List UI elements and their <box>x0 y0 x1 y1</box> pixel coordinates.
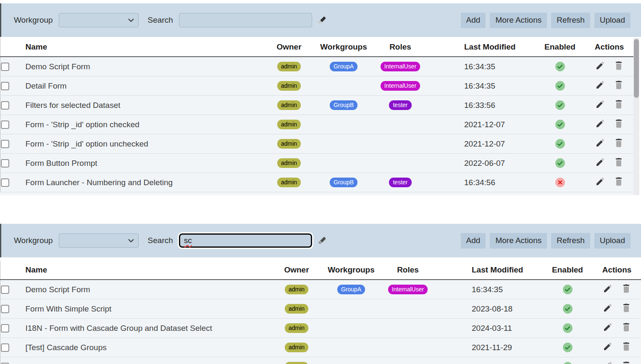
edit-button[interactable] <box>595 118 605 131</box>
role-badge: tester <box>389 100 411 110</box>
column-header-owner: Owner <box>266 38 312 57</box>
row-checkbox[interactable] <box>1 285 9 294</box>
last-modified: 2022-06-28 <box>433 357 542 364</box>
table-row: I18N - Form with Cascade Group and Datas… <box>0 319 641 338</box>
eraser-icon <box>317 236 327 246</box>
pencil-icon <box>595 118 605 131</box>
row-checkbox[interactable] <box>1 159 9 168</box>
search-input[interactable]: sc <box>179 233 312 248</box>
upload-button[interactable]: Upload <box>594 13 630 28</box>
edit-button[interactable] <box>603 303 613 315</box>
clear-search-button[interactable] <box>317 16 327 25</box>
column-header-name: Name <box>21 38 266 57</box>
clear-search-button[interactable] <box>317 236 327 246</box>
row-checkbox[interactable] <box>1 120 9 129</box>
column-header-last-modified: Last Modified <box>426 38 535 57</box>
workgroup-select[interactable] <box>59 233 139 248</box>
table-row: Detail Form admin InternalUser 16:34:35 <box>0 76 634 96</box>
clipped-row-sliver <box>0 192 633 195</box>
table-row: [Test] Form scripting + Dashboard integr… <box>0 357 641 364</box>
row-checkbox[interactable] <box>1 82 9 90</box>
eraser-icon <box>317 16 327 25</box>
row-checkbox[interactable] <box>1 140 9 148</box>
delete-button[interactable] <box>614 157 623 169</box>
delete-button[interactable] <box>614 118 623 131</box>
pencil-icon <box>603 322 613 334</box>
edit-button[interactable] <box>603 361 613 364</box>
refresh-button[interactable]: Refresh <box>551 233 590 249</box>
form-name: Form - 'Strip _id' option unchecked <box>21 134 266 154</box>
row-checkbox[interactable] <box>1 343 9 352</box>
enabled-icon <box>555 158 565 168</box>
chevron-down-icon <box>128 18 134 22</box>
pencil-icon <box>595 157 605 169</box>
panel-gap <box>0 195 641 224</box>
edit-button[interactable] <box>595 80 605 92</box>
delete-button[interactable] <box>622 341 631 354</box>
row-checkbox[interactable] <box>1 63 9 71</box>
trash-icon <box>614 176 623 189</box>
delete-button[interactable] <box>614 60 623 73</box>
add-button[interactable]: Add <box>461 13 486 28</box>
pencil-icon <box>603 283 613 296</box>
more-actions-button[interactable]: More Actions <box>490 13 547 28</box>
vertical-scrollbar[interactable] <box>633 38 639 195</box>
row-checkbox[interactable] <box>1 324 9 333</box>
trash-icon <box>614 80 623 92</box>
delete-button[interactable] <box>614 138 623 150</box>
trash-icon <box>622 361 631 364</box>
toolbar: Workgroup Search Add More Actions Refres… <box>0 3 641 37</box>
trash-icon <box>614 138 623 150</box>
form-name: I18N - Form with Cascade Group and Datas… <box>21 319 274 338</box>
delete-button[interactable] <box>614 99 623 111</box>
edit-button[interactable] <box>595 60 605 73</box>
owner-badge: admin <box>277 62 301 71</box>
vertical-scrollbar-thumb[interactable] <box>634 39 639 98</box>
delete-button[interactable] <box>614 80 623 92</box>
owner-badge: admin <box>285 285 308 294</box>
delete-button[interactable] <box>622 303 631 315</box>
add-button[interactable]: Add <box>461 233 486 249</box>
search-input[interactable] <box>179 13 312 27</box>
form-name: Demo Script Form <box>21 280 274 299</box>
edit-button[interactable] <box>603 283 613 296</box>
row-checkbox[interactable] <box>1 305 9 313</box>
trash-icon <box>622 322 631 334</box>
edit-button[interactable] <box>595 138 605 150</box>
delete-button[interactable] <box>614 176 623 189</box>
column-header-workgroups: Workgroups <box>312 38 375 57</box>
delete-button[interactable] <box>622 361 631 364</box>
chevron-down-icon <box>128 239 134 243</box>
edit-button[interactable] <box>603 322 613 334</box>
trash-icon <box>614 118 623 131</box>
forms-table: Name Owner Workgroups Roles Last Modifie… <box>0 38 641 195</box>
form-name: [Test] Cascade Groups <box>21 338 274 357</box>
owner-badge: admin <box>277 139 301 149</box>
owner-badge: admin <box>277 158 301 168</box>
column-header-owner: Owner <box>273 261 320 280</box>
last-modified: 2021-12-07 <box>426 115 535 134</box>
toolbar-buttons: Add More Actions Refresh Upload <box>461 233 630 249</box>
workgroup-select[interactable] <box>59 13 139 27</box>
delete-button[interactable] <box>622 283 631 296</box>
table-header-row: Name Owner Workgroups Roles Last Modifie… <box>0 38 634 57</box>
row-checkbox[interactable] <box>1 178 9 187</box>
row-checkbox[interactable] <box>1 101 9 110</box>
table-row: Form - 'Strip _id' option unchecked admi… <box>0 134 634 154</box>
column-header-actions: Actions <box>593 261 641 280</box>
enabled-icon <box>555 100 565 110</box>
edit-button[interactable] <box>595 176 605 189</box>
edit-button[interactable] <box>595 157 605 169</box>
enabled-icon <box>562 361 573 364</box>
trash-icon <box>622 283 631 296</box>
refresh-button[interactable]: Refresh <box>551 13 590 28</box>
delete-button[interactable] <box>622 322 631 334</box>
pencil-icon <box>595 99 605 111</box>
form-name: Form With Simple Script <box>21 299 274 319</box>
upload-button[interactable]: Upload <box>594 233 630 249</box>
edit-button[interactable] <box>603 341 613 354</box>
more-actions-button[interactable]: More Actions <box>490 233 547 249</box>
edit-button[interactable] <box>595 99 605 111</box>
toolbar-buttons: Add More Actions Refresh Upload <box>461 13 630 28</box>
workgroup-badge: GroupA <box>337 285 365 294</box>
